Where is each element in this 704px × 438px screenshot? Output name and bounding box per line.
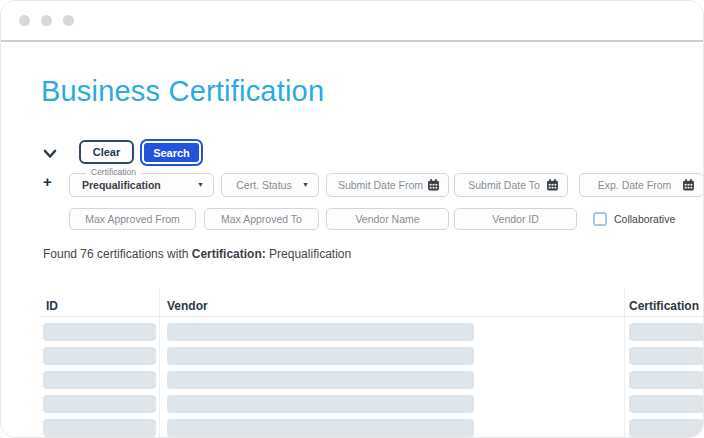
skeleton-cell-certification bbox=[629, 419, 704, 437]
max-approved-to-field[interactable]: Max Approved To bbox=[204, 208, 319, 230]
chevron-down-icon[interactable] bbox=[43, 145, 57, 155]
window-dot-icon bbox=[63, 15, 74, 26]
column-header-vendor: Vendor bbox=[167, 299, 208, 313]
search-button[interactable]: Search bbox=[142, 141, 201, 164]
window-dot-icon bbox=[41, 15, 52, 26]
calendar-icon bbox=[427, 179, 440, 192]
window-dot-icon bbox=[19, 15, 30, 26]
skeleton-cell-vendor bbox=[167, 323, 474, 341]
table-header-divider bbox=[41, 316, 703, 317]
selected-value: Prequalification bbox=[70, 179, 161, 191]
summary-prefix: Found 76 certifications with bbox=[43, 247, 192, 261]
skeleton-cell-certification bbox=[629, 395, 704, 413]
column-header-certification: Certification bbox=[629, 299, 699, 313]
cert-status-select[interactable]: Cert. Status ▼ bbox=[221, 173, 319, 197]
table-row bbox=[1, 419, 703, 437]
skeleton-cell-certification bbox=[629, 323, 704, 341]
table-row bbox=[1, 347, 703, 365]
skeleton-cell-vendor bbox=[167, 371, 474, 389]
certification-select[interactable]: Certification Prequalification ▼ bbox=[69, 173, 214, 197]
browser-window: Business Certification Clear Search + Ce… bbox=[0, 0, 704, 438]
skeleton-cell-id bbox=[43, 323, 156, 341]
skeleton-cell-id bbox=[43, 371, 156, 389]
chevron-down-icon: ▼ bbox=[197, 181, 204, 188]
skeleton-cell-certification bbox=[629, 347, 704, 365]
summary-filter-value: Prequalification bbox=[266, 247, 351, 261]
skeleton-cell-vendor bbox=[167, 347, 474, 365]
vendor-id-field[interactable]: Vendor ID bbox=[454, 208, 577, 230]
submit-date-from-field[interactable]: Submit Date From bbox=[326, 173, 449, 197]
skeleton-cell-vendor bbox=[167, 419, 474, 437]
placeholder-text: Vendor ID bbox=[455, 213, 576, 225]
clear-button[interactable]: Clear bbox=[79, 140, 134, 164]
results-summary: Found 76 certifications with Certificati… bbox=[43, 247, 351, 261]
skeleton-cell-id bbox=[43, 347, 156, 365]
exp-date-from-field[interactable]: Exp. Date From bbox=[579, 173, 704, 197]
table-row bbox=[1, 323, 703, 341]
calendar-icon bbox=[546, 179, 559, 192]
window-titlebar bbox=[1, 1, 703, 42]
table-body bbox=[1, 323, 703, 437]
page-title: Business Certification bbox=[41, 75, 324, 108]
placeholder-text: Max Approved To bbox=[205, 213, 318, 225]
collaborative-label: Collaborative bbox=[614, 213, 675, 225]
summary-filter-name: Certification: bbox=[192, 247, 266, 261]
skeleton-cell-certification bbox=[629, 371, 704, 389]
field-label: Certification bbox=[86, 167, 141, 177]
chevron-down-icon: ▼ bbox=[302, 181, 309, 188]
max-approved-from-field[interactable]: Max Approved From bbox=[69, 208, 196, 230]
table-row bbox=[1, 371, 703, 389]
skeleton-cell-id bbox=[43, 395, 156, 413]
placeholder-text: Max Approved From bbox=[70, 213, 195, 225]
column-header-id: ID bbox=[46, 299, 58, 313]
skeleton-cell-id bbox=[43, 419, 156, 437]
submit-date-to-field[interactable]: Submit Date To bbox=[454, 173, 568, 197]
calendar-icon bbox=[682, 179, 695, 192]
skeleton-cell-vendor bbox=[167, 395, 474, 413]
collaborative-checkbox[interactable] bbox=[593, 212, 607, 226]
plus-icon[interactable]: + bbox=[43, 173, 52, 190]
vendor-name-field[interactable]: Vendor Name bbox=[326, 208, 449, 230]
placeholder-text: Vendor Name bbox=[327, 213, 448, 225]
table-row bbox=[1, 395, 703, 413]
